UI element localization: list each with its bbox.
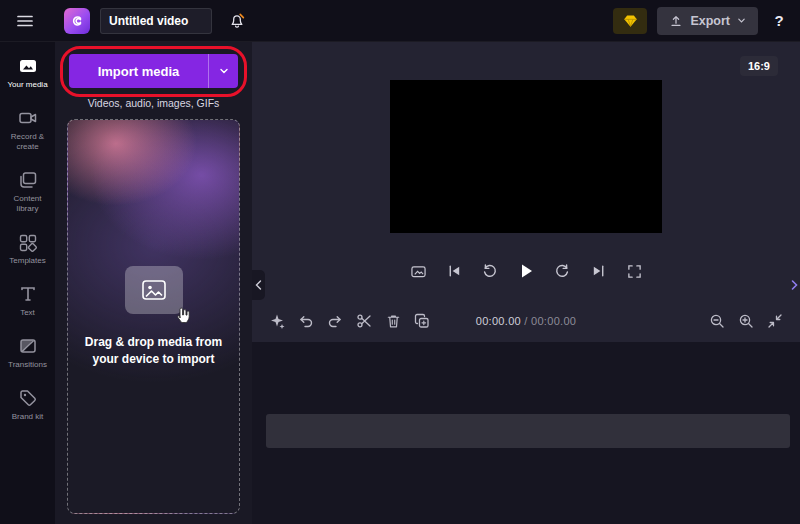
export-button[interactable]: Export — [657, 7, 758, 35]
rewind-1s-button[interactable] — [479, 260, 501, 282]
sidebar-item-your-media[interactable]: Your media — [0, 48, 55, 98]
fullscreen-button[interactable] — [623, 260, 645, 282]
your-media-icon — [17, 56, 39, 76]
snapshot-button[interactable] — [407, 260, 429, 282]
text-icon — [17, 284, 39, 304]
expand-right-panel-button[interactable] — [789, 270, 800, 300]
sidebar-label: Templates — [9, 256, 45, 266]
sidebar-label: Your media — [7, 80, 47, 90]
split-button[interactable] — [353, 310, 375, 332]
timeline-timecode: 00:00.00 / 00:00.00 — [476, 315, 577, 327]
content-library-icon — [17, 170, 39, 190]
empty-timeline-track[interactable] — [266, 414, 790, 448]
sidebar-item-content-library[interactable]: Content library — [0, 162, 55, 222]
export-up-icon — [669, 14, 683, 28]
templates-icon — [17, 232, 39, 252]
sidebar-item-transitions[interactable]: Transitions — [0, 328, 55, 378]
top-bar: Export ? — [0, 0, 800, 42]
clipchamp-logo — [64, 8, 90, 34]
skip-to-start-button[interactable] — [443, 260, 465, 282]
upgrade-premium-button[interactable] — [613, 8, 647, 34]
notifications-off-button[interactable] — [222, 6, 252, 36]
clipchamp-logo-icon — [70, 14, 84, 28]
skip-to-end-button[interactable] — [587, 260, 609, 282]
sparkle-icon — [269, 313, 285, 329]
dropzone-image-thumb — [125, 266, 183, 314]
gem-icon — [623, 14, 638, 28]
collapse-arrows-icon — [767, 313, 783, 329]
chevron-down-icon — [219, 66, 229, 76]
zoom-in-icon — [738, 313, 754, 329]
collapse-panel-button[interactable] — [252, 270, 265, 300]
undo-button[interactable] — [295, 310, 317, 332]
chevron-left-icon — [255, 280, 262, 290]
current-time: 00:00.00 — [476, 315, 521, 327]
snapshot-icon — [410, 264, 427, 279]
aspect-ratio-badge[interactable]: 16:9 — [740, 56, 778, 76]
duplicate-icon — [414, 313, 430, 329]
project-title-input[interactable] — [100, 8, 212, 34]
delete-button[interactable] — [382, 310, 404, 332]
dropzone-instruction: Drag & drop media from your device to im… — [79, 334, 229, 366]
import-media-button[interactable]: Import media — [69, 54, 238, 88]
undo-icon — [298, 314, 314, 328]
play-icon — [517, 262, 535, 280]
duplicate-button[interactable] — [411, 310, 433, 332]
clipchamp-editor: Export ? Your media Record & create — [0, 0, 800, 524]
video-canvas[interactable] — [390, 80, 662, 233]
total-time: / 00:00.00 — [524, 315, 576, 327]
supported-formats-caption: Videos, audio, images, GIFs — [67, 97, 240, 109]
zoom-in-button[interactable] — [735, 310, 757, 332]
sidebar-label: Transitions — [8, 360, 47, 370]
editor-stage: 16:9 — [252, 42, 800, 524]
sidebar-label: Record & create — [3, 132, 53, 152]
sidebar-item-text[interactable]: Text — [0, 276, 55, 326]
zoom-fit-button[interactable] — [764, 310, 786, 332]
zoom-out-button[interactable] — [706, 310, 728, 332]
brand-kit-icon — [17, 388, 39, 408]
video-preview-area: 16:9 — [252, 42, 800, 300]
chevron-down-icon — [737, 16, 746, 25]
left-sidebar: Your media Record & create Content libra… — [0, 42, 55, 524]
sidebar-label: Content library — [3, 194, 53, 214]
import-media-label: Import media — [69, 64, 208, 79]
sidebar-item-brand-kit[interactable]: Brand kit — [0, 380, 55, 430]
play-button[interactable] — [515, 260, 537, 282]
your-media-panel: Import media Videos, audio, images, GIFs — [55, 42, 252, 524]
image-icon — [141, 278, 167, 302]
rewind-arrow-icon — [482, 263, 498, 279]
hand-cursor-icon — [173, 304, 193, 326]
sidebar-label: Brand kit — [12, 412, 44, 422]
timeline-toolbar: 00:00.00 / 00:00.00 — [252, 300, 800, 342]
playback-controls — [252, 260, 800, 282]
fullscreen-icon — [627, 264, 642, 279]
sidebar-label: Text — [20, 308, 35, 318]
trash-icon — [386, 313, 401, 329]
zoom-out-icon — [709, 313, 725, 329]
magic-tools-button[interactable] — [266, 310, 288, 332]
export-button-label: Export — [690, 14, 730, 28]
redo-button[interactable] — [324, 310, 346, 332]
record-create-icon — [17, 108, 39, 128]
chevron-right-icon — [791, 280, 798, 290]
timeline-tracks[interactable] — [252, 342, 800, 524]
redo-icon — [327, 314, 343, 328]
transitions-icon — [17, 336, 39, 356]
help-button[interactable]: ? — [768, 12, 790, 29]
skip-back-icon — [447, 264, 462, 278]
import-media-dropdown[interactable] — [208, 54, 238, 88]
forward-1s-button[interactable] — [551, 260, 573, 282]
skip-forward-icon — [591, 264, 606, 278]
sidebar-item-templates[interactable]: Templates — [0, 224, 55, 274]
bell-off-icon — [228, 12, 246, 30]
media-dropzone[interactable]: Drag & drop media from your device to im… — [67, 119, 240, 514]
hamburger-menu-button[interactable] — [10, 6, 40, 36]
forward-arrow-icon — [554, 263, 570, 279]
sidebar-item-record-create[interactable]: Record & create — [0, 100, 55, 160]
scissors-icon — [356, 313, 372, 329]
hamburger-icon — [16, 12, 34, 30]
